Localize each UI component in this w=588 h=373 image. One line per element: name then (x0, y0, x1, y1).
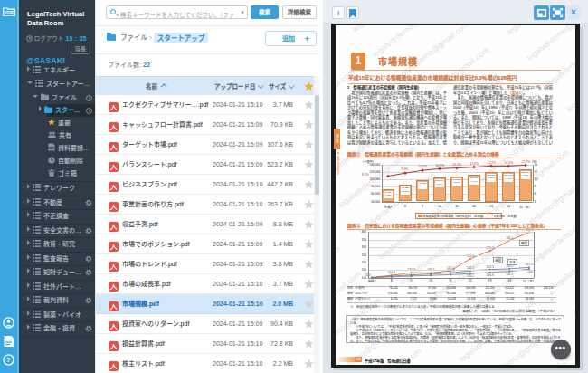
svg-text:11.2%: 11.2% (453, 163, 462, 167)
svg-text:?: ? (6, 356, 11, 364)
svg-text:10.9%: 10.9% (436, 164, 445, 167)
svg-text:12.7%: 12.7% (522, 160, 531, 164)
svg-text:8.1%: 8.1% (362, 173, 369, 177)
svg-text:9.3%: 9.3% (402, 167, 409, 171)
svg-text:11.6%: 11.6% (470, 162, 479, 166)
svg-text:12.2%: 12.2% (505, 161, 514, 165)
svg-text:VDR: VDR (4, 11, 14, 15)
svg-text:10.5%: 10.5% (419, 165, 428, 168)
svg-text:134.6: 134.6 (487, 273, 494, 277)
svg-text:141.2: 141.2 (506, 273, 513, 276)
svg-text:153.3: 153.3 (487, 265, 494, 269)
svg-text:114.8: 114.8 (388, 271, 395, 274)
svg-text:167.5: 167.5 (526, 263, 533, 266)
svg-text:12.2%: 12.2% (488, 161, 497, 165)
